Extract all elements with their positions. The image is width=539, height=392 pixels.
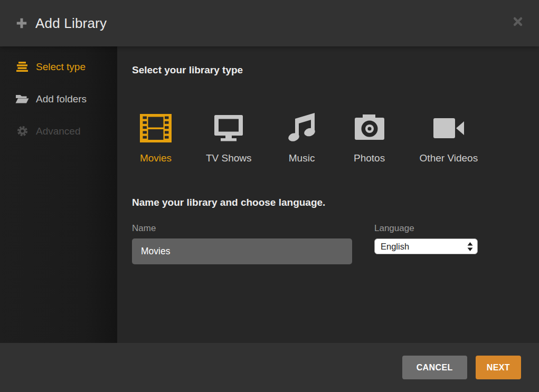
add-library-dialog: Add Library Select type — [0, 0, 539, 392]
select-stepper-icon — [467, 242, 473, 251]
type-item-movies[interactable]: Movies — [138, 111, 173, 164]
cancel-button[interactable]: CANCEL — [402, 356, 467, 379]
library-type-row: Movies TV Shows — [138, 111, 518, 164]
language-selected-value: English — [381, 242, 467, 252]
music-note-icon — [285, 111, 319, 146]
library-name-input[interactable] — [132, 238, 352, 264]
type-label: TV Shows — [206, 152, 252, 164]
sidebar-item-advanced[interactable]: Advanced — [0, 115, 117, 147]
type-item-other-videos[interactable]: Other Videos — [420, 111, 478, 164]
dialog-title: Add Library — [35, 15, 107, 32]
name-language-fields: Name Language English — [132, 223, 518, 264]
dialog-body: Select type Add folders — [0, 46, 539, 343]
language-select[interactable]: English — [374, 238, 478, 254]
type-label: Music — [289, 152, 315, 164]
gear-icon — [15, 125, 29, 138]
sidebar-item-label: Add folders — [36, 93, 87, 105]
language-field-group: Language English — [374, 223, 478, 264]
folder-open-icon — [15, 93, 29, 106]
type-label: Movies — [140, 152, 172, 164]
type-label: Photos — [354, 152, 385, 164]
name-language-heading: Name your library and choose language. — [132, 197, 518, 208]
type-item-tv-shows[interactable]: TV Shows — [206, 111, 252, 164]
type-label: Other Videos — [420, 152, 478, 164]
name-label: Name — [132, 223, 352, 234]
dialog-footer: CANCEL NEXT — [0, 343, 539, 392]
name-field-group: Name — [132, 223, 352, 264]
sidebar-item-select-type[interactable]: Select type — [0, 51, 117, 83]
tv-monitor-icon — [211, 111, 246, 146]
sidebar-item-add-folders[interactable]: Add folders — [0, 83, 117, 115]
main-panel: Select your library type — [117, 46, 539, 343]
sidebar-item-label: Select type — [36, 61, 86, 73]
dialog-header: Add Library — [0, 0, 539, 46]
type-item-music[interactable]: Music — [285, 111, 319, 164]
next-button[interactable]: NEXT — [476, 356, 521, 379]
type-item-photos[interactable]: Photos — [352, 111, 387, 164]
video-camera-icon — [431, 111, 466, 146]
language-label: Language — [374, 223, 478, 234]
plus-icon — [15, 16, 29, 30]
type-list-icon — [15, 61, 29, 73]
film-strip-icon — [138, 111, 173, 146]
select-type-heading: Select your library type — [132, 64, 518, 76]
sidebar-item-label: Advanced — [36, 126, 81, 137]
wizard-steps-sidebar: Select type Add folders — [0, 46, 117, 343]
camera-icon — [352, 111, 387, 146]
close-icon[interactable] — [510, 14, 525, 29]
